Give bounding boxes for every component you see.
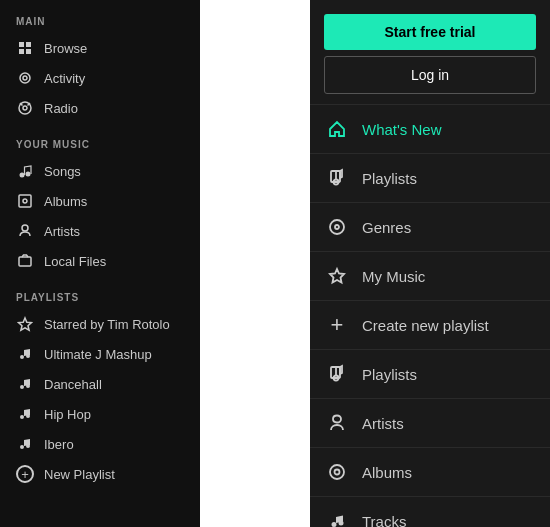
plus-circle-icon: + bbox=[16, 465, 34, 483]
svg-point-13 bbox=[26, 414, 30, 418]
right-item-whats-new[interactable]: What's New bbox=[310, 104, 550, 153]
svg-point-24 bbox=[339, 521, 344, 526]
svg-point-3 bbox=[23, 106, 27, 110]
sidebar-label-dancehall: Dancehall bbox=[44, 377, 102, 392]
my-music-star-icon bbox=[326, 265, 348, 287]
section-label-your-music: YOUR MUSIC bbox=[0, 123, 200, 156]
tracks-note-icon bbox=[326, 510, 348, 527]
svg-marker-19 bbox=[330, 269, 344, 283]
right-panel: Start free trial Log in What's New Playl… bbox=[310, 0, 550, 527]
svg-point-12 bbox=[26, 384, 30, 388]
artists-icon-right bbox=[326, 412, 348, 434]
activity-icon bbox=[16, 69, 34, 87]
sidebar-item-ultimate-j-mashup[interactable]: Ultimate J Mashup bbox=[0, 339, 200, 369]
note-icon-1 bbox=[16, 345, 34, 363]
right-label-my-music: My Music bbox=[362, 268, 425, 285]
sidebar-label-songs: Songs bbox=[44, 164, 81, 179]
right-label-whats-new: What's New bbox=[362, 121, 442, 138]
svg-point-11 bbox=[26, 354, 30, 358]
right-label-create-playlist: Create new playlist bbox=[362, 317, 489, 334]
right-item-genres[interactable]: Genres bbox=[310, 202, 550, 251]
sidebar-item-starred[interactable]: Starred by Tim Rotolo bbox=[0, 309, 200, 339]
svg-point-5 bbox=[26, 172, 31, 177]
sidebar-label-ibero: Ibero bbox=[44, 437, 74, 452]
login-button[interactable]: Log in bbox=[324, 56, 536, 94]
sidebar-item-new-playlist[interactable]: + New Playlist bbox=[0, 459, 200, 489]
sidebar: MAIN Browse Activity Radio bbox=[0, 0, 200, 527]
middle-panel bbox=[200, 0, 310, 527]
genres-icon bbox=[326, 216, 348, 238]
artists-icon bbox=[16, 222, 34, 240]
sidebar-item-ibero[interactable]: Ibero bbox=[0, 429, 200, 459]
right-item-playlists-sub[interactable]: Playlists bbox=[310, 349, 550, 398]
browse-icon bbox=[16, 39, 34, 57]
svg-point-1 bbox=[23, 76, 27, 80]
radio-icon bbox=[16, 99, 34, 117]
svg-point-18 bbox=[335, 225, 339, 229]
sidebar-item-songs[interactable]: Songs bbox=[0, 156, 200, 186]
right-label-genres: Genres bbox=[362, 219, 411, 236]
albums-icon bbox=[16, 192, 34, 210]
start-trial-button[interactable]: Start free trial bbox=[324, 14, 536, 50]
svg-point-7 bbox=[23, 199, 27, 203]
star-icon bbox=[16, 315, 34, 333]
plus-icon: + bbox=[326, 314, 348, 336]
svg-point-4 bbox=[20, 173, 25, 178]
right-label-albums-sub: Albums bbox=[362, 464, 412, 481]
sidebar-label-browse: Browse bbox=[44, 41, 87, 56]
right-label-playlists-sub: Playlists bbox=[362, 366, 417, 383]
note-icon-2 bbox=[16, 375, 34, 393]
playlist-icon-2 bbox=[326, 363, 348, 385]
section-label-playlists: PLAYLISTS bbox=[0, 276, 200, 309]
playlist-icon-1 bbox=[326, 167, 348, 189]
note-icon-4 bbox=[16, 435, 34, 453]
sidebar-item-activity[interactable]: Activity bbox=[0, 63, 200, 93]
section-label-main: MAIN bbox=[0, 0, 200, 33]
note-icon-3 bbox=[16, 405, 34, 423]
sidebar-label-radio: Radio bbox=[44, 101, 78, 116]
sidebar-label-uj-mashup: Ultimate J Mashup bbox=[44, 347, 152, 362]
svg-point-17 bbox=[330, 220, 344, 234]
sidebar-item-hip-hop[interactable]: Hip Hop bbox=[0, 399, 200, 429]
right-item-albums-sub[interactable]: Albums bbox=[310, 447, 550, 496]
sidebar-item-albums[interactable]: Albums bbox=[0, 186, 200, 216]
albums-icon-right bbox=[326, 461, 348, 483]
svg-rect-9 bbox=[19, 257, 31, 266]
home-icon bbox=[326, 118, 348, 140]
svg-rect-6 bbox=[19, 195, 31, 207]
right-item-tracks-sub[interactable]: Tracks bbox=[310, 496, 550, 527]
svg-point-0 bbox=[20, 73, 30, 83]
local-files-icon bbox=[16, 252, 34, 270]
sidebar-item-artists[interactable]: Artists bbox=[0, 216, 200, 246]
sidebar-label-activity: Activity bbox=[44, 71, 85, 86]
right-label-artists-sub: Artists bbox=[362, 415, 404, 432]
sidebar-label-artists: Artists bbox=[44, 224, 80, 239]
svg-point-22 bbox=[330, 465, 344, 479]
right-label-playlists-top: Playlists bbox=[362, 170, 417, 187]
sidebar-item-local-files[interactable]: Local Files bbox=[0, 246, 200, 276]
right-item-my-music[interactable]: My Music bbox=[310, 251, 550, 300]
sidebar-item-radio[interactable]: Radio bbox=[0, 93, 200, 123]
right-item-playlists-top[interactable]: Playlists bbox=[310, 153, 550, 202]
svg-point-23 bbox=[335, 470, 340, 475]
sidebar-label-albums: Albums bbox=[44, 194, 87, 209]
right-item-artists-sub[interactable]: Artists bbox=[310, 398, 550, 447]
sidebar-label-starred: Starred by Tim Rotolo bbox=[44, 317, 170, 332]
svg-point-8 bbox=[22, 225, 28, 231]
svg-point-14 bbox=[26, 444, 30, 448]
sidebar-label-local-files: Local Files bbox=[44, 254, 106, 269]
right-label-tracks-sub: Tracks bbox=[362, 513, 406, 528]
sidebar-item-dancehall[interactable]: Dancehall bbox=[0, 369, 200, 399]
right-item-create-playlist[interactable]: + Create new playlist bbox=[310, 300, 550, 349]
sidebar-item-browse[interactable]: Browse bbox=[0, 33, 200, 63]
sidebar-label-new-playlist: New Playlist bbox=[44, 467, 115, 482]
songs-icon bbox=[16, 162, 34, 180]
sidebar-label-hip-hop: Hip Hop bbox=[44, 407, 91, 422]
svg-marker-10 bbox=[19, 318, 32, 330]
